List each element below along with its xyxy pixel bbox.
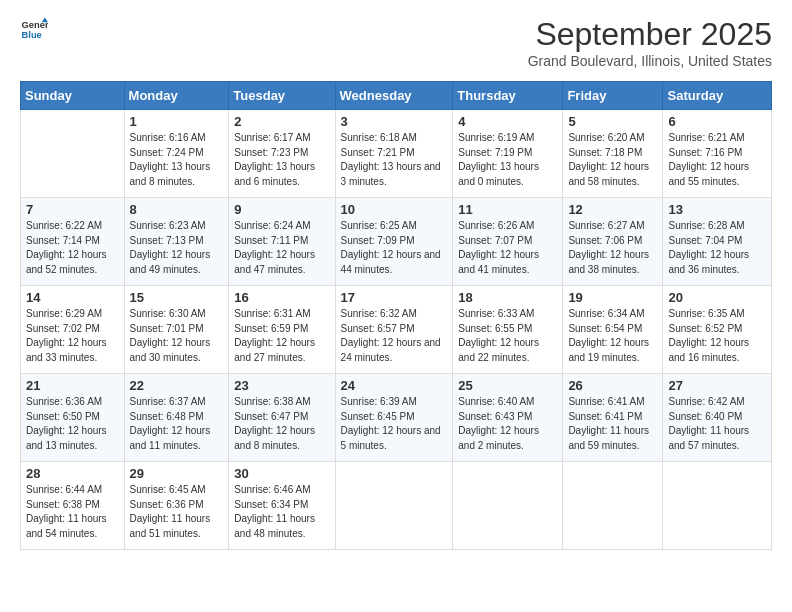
logo: General Blue (20, 16, 48, 44)
calendar-cell: 27Sunrise: 6:42 AMSunset: 6:40 PMDayligh… (663, 374, 772, 462)
calendar-cell (663, 462, 772, 550)
calendar-cell: 21Sunrise: 6:36 AMSunset: 6:50 PMDayligh… (21, 374, 125, 462)
calendar-cell: 30Sunrise: 6:46 AMSunset: 6:34 PMDayligh… (229, 462, 335, 550)
cell-info: Sunrise: 6:46 AMSunset: 6:34 PMDaylight:… (234, 483, 329, 541)
cell-info: Sunrise: 6:20 AMSunset: 7:18 PMDaylight:… (568, 131, 657, 189)
calendar-cell (563, 462, 663, 550)
day-number: 8 (130, 202, 224, 217)
calendar-cell (335, 462, 453, 550)
cell-info: Sunrise: 6:21 AMSunset: 7:16 PMDaylight:… (668, 131, 766, 189)
day-number: 10 (341, 202, 448, 217)
col-monday: Monday (124, 82, 229, 110)
col-saturday: Saturday (663, 82, 772, 110)
day-number: 22 (130, 378, 224, 393)
day-number: 11 (458, 202, 557, 217)
day-number: 30 (234, 466, 329, 481)
calendar-cell: 23Sunrise: 6:38 AMSunset: 6:47 PMDayligh… (229, 374, 335, 462)
day-number: 4 (458, 114, 557, 129)
calendar-cell: 2Sunrise: 6:17 AMSunset: 7:23 PMDaylight… (229, 110, 335, 198)
day-number: 13 (668, 202, 766, 217)
calendar-cell: 5Sunrise: 6:20 AMSunset: 7:18 PMDaylight… (563, 110, 663, 198)
day-number: 14 (26, 290, 119, 305)
cell-info: Sunrise: 6:16 AMSunset: 7:24 PMDaylight:… (130, 131, 224, 189)
day-number: 3 (341, 114, 448, 129)
cell-info: Sunrise: 6:31 AMSunset: 6:59 PMDaylight:… (234, 307, 329, 365)
cell-info: Sunrise: 6:35 AMSunset: 6:52 PMDaylight:… (668, 307, 766, 365)
cell-info: Sunrise: 6:28 AMSunset: 7:04 PMDaylight:… (668, 219, 766, 277)
calendar-cell: 6Sunrise: 6:21 AMSunset: 7:16 PMDaylight… (663, 110, 772, 198)
cell-info: Sunrise: 6:22 AMSunset: 7:14 PMDaylight:… (26, 219, 119, 277)
day-number: 18 (458, 290, 557, 305)
calendar-cell: 3Sunrise: 6:18 AMSunset: 7:21 PMDaylight… (335, 110, 453, 198)
day-number: 21 (26, 378, 119, 393)
week-row-1: 1Sunrise: 6:16 AMSunset: 7:24 PMDaylight… (21, 110, 772, 198)
header-row: Sunday Monday Tuesday Wednesday Thursday… (21, 82, 772, 110)
calendar-cell: 18Sunrise: 6:33 AMSunset: 6:55 PMDayligh… (453, 286, 563, 374)
cell-info: Sunrise: 6:34 AMSunset: 6:54 PMDaylight:… (568, 307, 657, 365)
calendar-table: Sunday Monday Tuesday Wednesday Thursday… (20, 81, 772, 550)
cell-info: Sunrise: 6:36 AMSunset: 6:50 PMDaylight:… (26, 395, 119, 453)
cell-info: Sunrise: 6:41 AMSunset: 6:41 PMDaylight:… (568, 395, 657, 453)
col-tuesday: Tuesday (229, 82, 335, 110)
col-thursday: Thursday (453, 82, 563, 110)
cell-info: Sunrise: 6:38 AMSunset: 6:47 PMDaylight:… (234, 395, 329, 453)
svg-text:Blue: Blue (22, 30, 42, 40)
day-number: 28 (26, 466, 119, 481)
logo-icon: General Blue (20, 16, 48, 44)
calendar-cell: 11Sunrise: 6:26 AMSunset: 7:07 PMDayligh… (453, 198, 563, 286)
calendar-cell: 8Sunrise: 6:23 AMSunset: 7:13 PMDaylight… (124, 198, 229, 286)
cell-info: Sunrise: 6:30 AMSunset: 7:01 PMDaylight:… (130, 307, 224, 365)
cell-info: Sunrise: 6:39 AMSunset: 6:45 PMDaylight:… (341, 395, 448, 453)
day-number: 23 (234, 378, 329, 393)
calendar-cell: 9Sunrise: 6:24 AMSunset: 7:11 PMDaylight… (229, 198, 335, 286)
calendar-cell (21, 110, 125, 198)
page-header: General Blue September 2025 Grand Boulev… (20, 16, 772, 69)
cell-info: Sunrise: 6:29 AMSunset: 7:02 PMDaylight:… (26, 307, 119, 365)
cell-info: Sunrise: 6:19 AMSunset: 7:19 PMDaylight:… (458, 131, 557, 189)
day-number: 27 (668, 378, 766, 393)
cell-info: Sunrise: 6:45 AMSunset: 6:36 PMDaylight:… (130, 483, 224, 541)
month-title: September 2025 (528, 16, 772, 53)
cell-info: Sunrise: 6:37 AMSunset: 6:48 PMDaylight:… (130, 395, 224, 453)
col-friday: Friday (563, 82, 663, 110)
col-sunday: Sunday (21, 82, 125, 110)
day-number: 7 (26, 202, 119, 217)
cell-info: Sunrise: 6:42 AMSunset: 6:40 PMDaylight:… (668, 395, 766, 453)
calendar-cell: 24Sunrise: 6:39 AMSunset: 6:45 PMDayligh… (335, 374, 453, 462)
calendar-cell: 26Sunrise: 6:41 AMSunset: 6:41 PMDayligh… (563, 374, 663, 462)
day-number: 2 (234, 114, 329, 129)
calendar-cell: 16Sunrise: 6:31 AMSunset: 6:59 PMDayligh… (229, 286, 335, 374)
calendar-cell: 15Sunrise: 6:30 AMSunset: 7:01 PMDayligh… (124, 286, 229, 374)
cell-info: Sunrise: 6:27 AMSunset: 7:06 PMDaylight:… (568, 219, 657, 277)
cell-info: Sunrise: 6:18 AMSunset: 7:21 PMDaylight:… (341, 131, 448, 189)
calendar-cell: 28Sunrise: 6:44 AMSunset: 6:38 PMDayligh… (21, 462, 125, 550)
cell-info: Sunrise: 6:33 AMSunset: 6:55 PMDaylight:… (458, 307, 557, 365)
calendar-cell: 1Sunrise: 6:16 AMSunset: 7:24 PMDaylight… (124, 110, 229, 198)
location-title: Grand Boulevard, Illinois, United States (528, 53, 772, 69)
calendar-cell: 19Sunrise: 6:34 AMSunset: 6:54 PMDayligh… (563, 286, 663, 374)
calendar-cell: 7Sunrise: 6:22 AMSunset: 7:14 PMDaylight… (21, 198, 125, 286)
title-area: September 2025 Grand Boulevard, Illinois… (528, 16, 772, 69)
calendar-cell: 10Sunrise: 6:25 AMSunset: 7:09 PMDayligh… (335, 198, 453, 286)
day-number: 16 (234, 290, 329, 305)
day-number: 17 (341, 290, 448, 305)
day-number: 12 (568, 202, 657, 217)
cell-info: Sunrise: 6:24 AMSunset: 7:11 PMDaylight:… (234, 219, 329, 277)
cell-info: Sunrise: 6:23 AMSunset: 7:13 PMDaylight:… (130, 219, 224, 277)
col-wednesday: Wednesday (335, 82, 453, 110)
week-row-4: 21Sunrise: 6:36 AMSunset: 6:50 PMDayligh… (21, 374, 772, 462)
day-number: 26 (568, 378, 657, 393)
calendar-cell: 20Sunrise: 6:35 AMSunset: 6:52 PMDayligh… (663, 286, 772, 374)
cell-info: Sunrise: 6:26 AMSunset: 7:07 PMDaylight:… (458, 219, 557, 277)
day-number: 24 (341, 378, 448, 393)
calendar-cell: 13Sunrise: 6:28 AMSunset: 7:04 PMDayligh… (663, 198, 772, 286)
day-number: 15 (130, 290, 224, 305)
day-number: 1 (130, 114, 224, 129)
cell-info: Sunrise: 6:25 AMSunset: 7:09 PMDaylight:… (341, 219, 448, 277)
cell-info: Sunrise: 6:17 AMSunset: 7:23 PMDaylight:… (234, 131, 329, 189)
calendar-cell: 12Sunrise: 6:27 AMSunset: 7:06 PMDayligh… (563, 198, 663, 286)
day-number: 9 (234, 202, 329, 217)
day-number: 29 (130, 466, 224, 481)
calendar-cell (453, 462, 563, 550)
calendar-cell: 4Sunrise: 6:19 AMSunset: 7:19 PMDaylight… (453, 110, 563, 198)
